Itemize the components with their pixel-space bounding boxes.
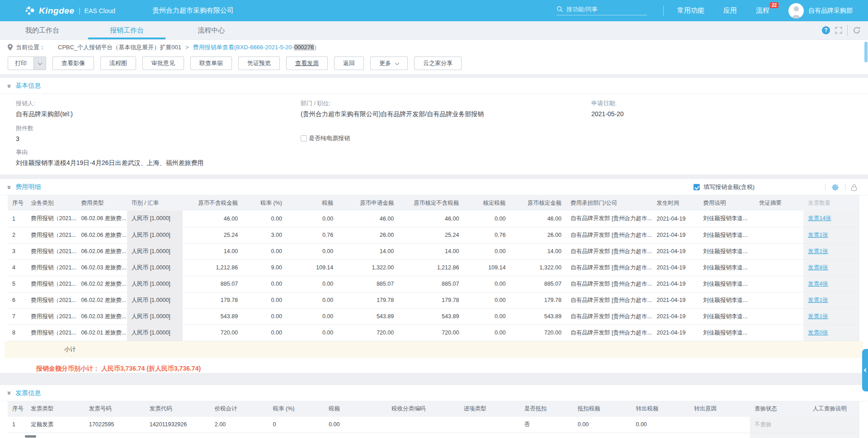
cell-currency_rate: 人民币 [1.0000] (127, 325, 183, 341)
table-row: 2定额发票123024321310019542044.0000.00否0.000… (8, 433, 859, 438)
document-link[interactable]: 费用报销单查看(BXD-6666-2021-5-20-000276) (193, 43, 316, 52)
nav-common-functions[interactable]: 常用功能 (677, 6, 704, 15)
cell-transfer_tax: 0.00 (631, 417, 689, 433)
cell-orig_approved_ex_tax: 46.00 (398, 211, 463, 227)
cell-invoice_count: 发票14张 (803, 211, 859, 227)
cell-biz_category: 费用报销（2021... (26, 211, 76, 227)
cell-seq: 1 (8, 417, 26, 433)
help-icon[interactable] (822, 26, 830, 34)
nav-apps[interactable]: 应用 (723, 6, 737, 15)
basic-info-fields: 报销人: 自有品牌采购部(tel:) 部门 / 职位: (贵州合力超市采购有限公… (0, 94, 868, 174)
cell-invoice_count: 发票1张 (803, 243, 859, 259)
gear-icon[interactable] (831, 184, 839, 191)
avatar[interactable] (788, 3, 804, 19)
invoice-count-link[interactable]: 发票1张 (808, 313, 828, 320)
invoice-count-link[interactable]: 发票1张 (808, 232, 828, 238)
cell-tax_rate: 0 (269, 433, 325, 438)
cell-tax_amount: 0.00 (287, 292, 338, 308)
current-user[interactable]: 自有品牌采购部 (808, 7, 853, 15)
cell-orig_applied_amount: 1,322.00 (338, 259, 398, 276)
collapse-icon[interactable]: » (6, 185, 13, 189)
cell-cost_dept: 自有品牌开发部 [贵州合力超市... (566, 211, 652, 227)
kingdee-logo-icon (24, 5, 35, 16)
tab-process-center[interactable]: 流程中心 (169, 21, 254, 39)
horizontal-scrollbar-thumb[interactable] (25, 435, 36, 438)
cell-seq: 7 (8, 308, 26, 325)
field-department: 部门 / 职位: (贵州合力超市采购有限公司)自有品牌开发部/自有品牌业务部报销 (301, 99, 591, 118)
column-header-invoice_no: 发票号码 (85, 401, 145, 417)
column-header-transfer_reason: 转出原因 (689, 401, 750, 417)
cell-occur_date: 2021-04-19 (652, 227, 699, 243)
breadcrumb-separator: > (185, 44, 189, 51)
cell-orig_amount_ex_tax: 46.00 (183, 211, 242, 227)
print-dropdown[interactable] (33, 57, 46, 70)
column-header-approved_tax: 核定税额 (463, 195, 510, 211)
tab-reimburse-workspace[interactable]: 报销工作台 (85, 21, 169, 39)
voucher-preview-button[interactable]: 凭证预览 (238, 57, 280, 70)
nav-workflow[interactable]: 流程 22 (756, 6, 769, 15)
invoice-count-link[interactable]: 发票1张 (808, 248, 828, 254)
cell-input_type (459, 417, 520, 433)
cell-cost_dept: 自有品牌开发部 [贵州合力超市... (566, 308, 652, 325)
cell-voucher_summary (755, 259, 803, 276)
cell-tax_amount: 0.76 (287, 227, 338, 243)
cell-orig_amount_ex_tax: 25.24 (183, 227, 242, 243)
cell-tax_amount: 0.00 (287, 243, 338, 259)
controls-divider (845, 184, 845, 191)
linked-documents-button[interactable]: 联查单据 (190, 57, 232, 70)
cell-biz_category: 费用报销（2021... (26, 276, 76, 292)
cell-orig_approved_amount: 720.00 (510, 325, 566, 341)
print-button[interactable]: 打印 (8, 57, 46, 70)
cell-invoice_no: 12302432 (85, 433, 145, 438)
column-header-tax_amount: 税额 (287, 195, 338, 211)
cell-verify_status: 不查验 (750, 433, 808, 438)
invoice-count-link[interactable]: 发票14张 (808, 215, 831, 221)
fill-amount-checkbox[interactable] (693, 184, 700, 190)
cell-voucher_summary (755, 227, 803, 243)
invoice-count-link[interactable]: 发票4张 (808, 281, 828, 287)
column-header-currency_rate: 币别 / 汇率 (127, 195, 183, 211)
fullscreen-icon[interactable] (835, 27, 842, 34)
view-invoice-button[interactable]: 查看发票 (286, 57, 328, 70)
search-input[interactable] (566, 6, 634, 13)
cell-orig_applied_amount: 885.07 (338, 276, 398, 292)
flowchart-button[interactable]: 流程图 (100, 57, 136, 70)
column-header-invoice_type: 发票类型 (26, 401, 85, 417)
invoice-count-link[interactable]: 发票8张 (808, 264, 828, 271)
invoice-count-link[interactable]: 发票1张 (808, 297, 828, 303)
approval-opinion-button[interactable]: 审批意见 (142, 57, 184, 70)
invoice-table-header-row: 序号发票类型发票号码发票代码价税合计税率 (%)税额税收分类编码进项类型是否抵扣… (8, 401, 859, 417)
global-search[interactable] (557, 6, 647, 15)
cell-tax_rate: 0 (269, 417, 325, 433)
lock-icon[interactable] (851, 187, 857, 191)
column-header-seq: 序号 (8, 195, 26, 211)
section-title: 基本信息 (15, 82, 41, 90)
back-button[interactable]: 返回 (334, 57, 364, 70)
chevron-left-icon (863, 368, 867, 372)
yunzhijia-share-button[interactable]: 云之家分享 (414, 57, 462, 70)
invoice-count-link[interactable]: 发票0张 (808, 330, 828, 336)
collapse-icon[interactable]: » (6, 391, 13, 395)
company-name: 贵州合力超市采购有限公司 (152, 6, 234, 15)
tab-my-workspace[interactable]: 我的工作台 (0, 21, 85, 39)
document-number: 000276 (294, 44, 314, 51)
column-header-occur_date: 发生时间 (652, 195, 699, 211)
view-image-button[interactable]: 查看影像 (52, 57, 94, 70)
refresh-icon[interactable] (853, 26, 861, 34)
topbar-divider (663, 6, 664, 16)
collapse-icon[interactable]: » (6, 84, 13, 88)
epaper-checkbox[interactable] (301, 135, 307, 141)
vertical-scrollbar-thumb[interactable] (864, 42, 868, 62)
cell-orig_approved_ex_tax: 1,212.86 (398, 259, 463, 276)
expense-header-controls: 填写报销金额(含税) (693, 183, 860, 191)
cell-deduct_tax: 0.00 (573, 417, 632, 433)
more-button[interactable]: 更多 (370, 57, 408, 70)
side-panel-handle[interactable] (862, 349, 868, 391)
cell-orig_approved_amount: 14.00 (510, 243, 566, 259)
basic-info-header: » 基本信息 (0, 78, 868, 94)
kingdee-logo[interactable]: Kingdee | EAS Cloud (24, 5, 115, 16)
column-header-invoice_count: 发票数量 (803, 195, 859, 211)
location-pin-icon (8, 44, 13, 51)
cell-voucher_summary (755, 325, 803, 341)
cell-tax_rate: 0.00 (242, 325, 287, 341)
